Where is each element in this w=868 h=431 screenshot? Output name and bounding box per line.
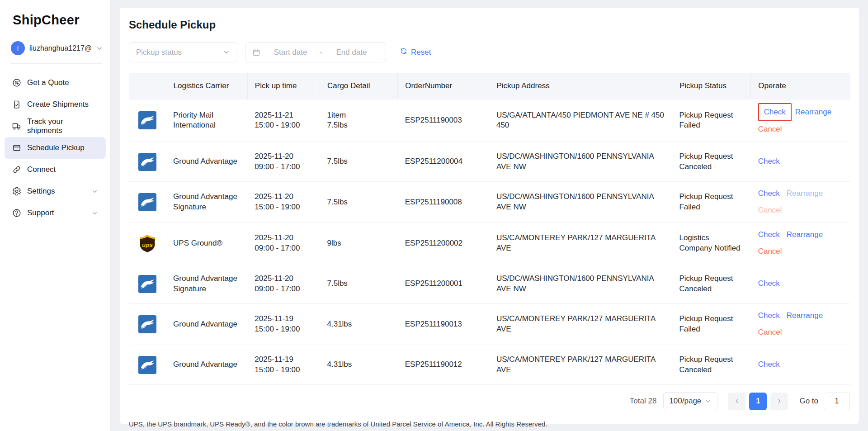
op-check-link[interactable]: Check	[758, 275, 780, 292]
usps-logo-icon	[138, 356, 156, 374]
usps-logo-icon	[138, 275, 156, 293]
order-number-cell: ESP2511200002	[398, 223, 489, 264]
sidebar-item-settings[interactable]: Settings	[5, 180, 106, 202]
carrier-name-cell: Ground Advantage Signature	[166, 182, 247, 223]
pickup-address-cell: US/CA/MONTEREY PARK/127 MARGUERITA AVE	[489, 304, 672, 345]
question-icon	[12, 208, 21, 218]
carrier-logo-cell	[129, 99, 166, 142]
sidebar-item-get-a-quote[interactable]: Get a Quote	[5, 72, 106, 94]
col-header-pickup-status: Pickup Status	[672, 73, 750, 99]
order-number-cell: ESP2511190003	[398, 99, 489, 142]
table-row: ups UPS Ground® 2025-11-2009:00 - 17:00 …	[129, 223, 850, 264]
operate-cell: CheckRearrangeCancel	[751, 304, 850, 345]
table-row: Ground Advantage Signature 2025-11-2009:…	[129, 264, 850, 304]
chevron-down-icon	[222, 48, 230, 56]
cargo-detail-cell: 7.5lbs	[320, 142, 398, 182]
pickup-status-cell: Pickup Request Failed	[672, 182, 750, 223]
pickup-address-cell: US/CA/MONTEREY PARK/127 MARGUERITA AVE	[489, 345, 672, 385]
order-number-cell: ESP2511200001	[398, 264, 489, 304]
user-email: liuzhanghua1217@...	[29, 44, 91, 52]
op-check-link[interactable]: Check	[758, 185, 780, 202]
carrier-name-cell: UPS Ground®	[166, 223, 247, 264]
op-cancel-link[interactable]: Cancel	[758, 243, 782, 260]
pickup-status-select[interactable]: Pickup status	[129, 42, 237, 62]
pickup-time-cell: 2025-11-1915:00 - 19:00	[247, 304, 320, 345]
pickup-status-cell: Pickup Request Canceled	[672, 345, 750, 385]
op-check-link[interactable]: Check	[758, 227, 780, 243]
percent-icon	[12, 78, 21, 87]
next-page-button[interactable]	[770, 393, 788, 410]
ups-trademark-disclaimer: UPS, the UPS brandmark, UPS Ready®, and …	[129, 420, 850, 428]
col-header-ordernumber: OrderNumber	[398, 73, 489, 99]
sidebar-item-connect[interactable]: Connect	[5, 159, 106, 180]
main-content: Schedule Pickup Pickup status Start date…	[111, 0, 868, 431]
cargo-detail-cell: 4.31lbs	[320, 304, 398, 345]
sidebar-item-label: Schedule Pickup	[27, 143, 85, 152]
op-check-link[interactable]: Check	[758, 153, 780, 170]
sidebar-nav: Get a Quote Create Shipments Track your …	[0, 69, 110, 227]
reset-label: Reset	[411, 48, 431, 57]
sidebar-item-label: Settings	[27, 187, 55, 196]
sidebar-item-label: Support	[27, 208, 54, 218]
sidebar-item-support[interactable]: Support	[5, 202, 106, 224]
carrier-name-cell: Ground Advantage	[166, 142, 247, 182]
end-date-placeholder: End date	[324, 48, 379, 57]
op-check-link[interactable]: Check	[758, 308, 780, 324]
document-check-icon	[12, 100, 21, 109]
app-logo: ShipCheer	[0, 0, 110, 28]
date-range-picker[interactable]: Start date - End date	[245, 42, 386, 62]
pickup-time-cell: 2025-11-2009:00 - 17:00	[247, 264, 320, 304]
sidebar-item-track-your-shipments[interactable]: Track your shipments	[5, 115, 106, 137]
col-header-pick-up-time: Pick up time	[247, 73, 320, 99]
sidebar-item-label: Connect	[27, 165, 56, 174]
pickup-time-cell: 2025-11-2015:00 - 19:00	[247, 182, 320, 223]
chevron-down-icon	[91, 210, 98, 217]
op-check-link[interactable]: Check	[758, 103, 792, 122]
refresh-icon	[400, 47, 407, 57]
table-row: Ground Advantage 2025-11-1915:00 - 19:00…	[129, 304, 850, 345]
table-row: Priority Mail International 2025-11-2115…	[129, 99, 850, 142]
col-header-cargo-detail: Cargo Detail	[320, 73, 398, 99]
cargo-detail-cell: 1item7.5lbs	[320, 99, 398, 142]
table-row: Ground Advantage Signature 2025-11-2015:…	[129, 182, 850, 223]
op-rearrange-link[interactable]: Rearrange	[787, 227, 823, 243]
sidebar-item-create-shipments[interactable]: Create Shipments	[5, 94, 106, 115]
sidebar-divider	[10, 63, 102, 64]
cargo-detail-cell: 9lbs	[320, 223, 398, 264]
op-cancel-link[interactable]: Cancel	[758, 202, 782, 219]
op-rearrange-link[interactable]: Rearrange	[787, 308, 823, 324]
op-rearrange-link[interactable]: Rearrange	[787, 185, 823, 202]
pickup-table-header: Logistics Carrier Pick up time Cargo Det…	[129, 73, 850, 99]
op-cancel-link[interactable]: Cancel	[758, 324, 782, 341]
op-cancel-link[interactable]: Cancel	[758, 121, 782, 138]
op-check-link[interactable]: Check	[758, 356, 780, 373]
prev-page-button[interactable]	[728, 393, 745, 410]
reset-button[interactable]: Reset	[400, 47, 431, 57]
pickup-table-body: Priority Mail International 2025-11-2115…	[129, 99, 850, 385]
chevron-down-icon	[96, 45, 103, 52]
op-rearrange-link[interactable]: Rearrange	[795, 104, 831, 121]
col-header-operate: Operate	[751, 73, 850, 99]
pager: 1	[728, 393, 788, 410]
calendar-icon	[252, 48, 260, 57]
sidebar-item-schedule-pickup[interactable]: Schedule Pickup	[5, 137, 106, 159]
order-number-cell: ESP2511190012	[398, 345, 489, 385]
user-account-menu[interactable]: l liuzhanghua1217@...	[11, 41, 103, 55]
order-number-cell: ESP2511190013	[398, 304, 489, 345]
page-size-select[interactable]: 100/page	[663, 392, 717, 410]
carrier-logo-cell	[129, 264, 166, 304]
pickup-address-cell: US/DC/WASHINGTON/1600 PENNSYLVANIA AVE N…	[489, 182, 672, 223]
avatar: l	[11, 41, 25, 55]
carrier-logo-cell	[129, 182, 166, 223]
goto-page-input[interactable]	[824, 393, 850, 410]
pickup-time-cell: 2025-11-2009:00 - 17:00	[247, 142, 320, 182]
table-row: Ground Advantage 2025-11-2009:00 - 17:00…	[129, 142, 850, 182]
cargo-detail-cell: 4.31lbs	[320, 345, 398, 385]
schedule-pickup-card: Schedule Pickup Pickup status Start date…	[120, 8, 859, 424]
table-row: Ground Advantage 2025-11-1915:00 - 19:00…	[129, 345, 850, 385]
filter-bar: Pickup status Start date - End date Rese…	[129, 42, 850, 62]
page-number-button[interactable]: 1	[749, 393, 767, 410]
usps-logo-icon	[138, 193, 156, 211]
date-separator: -	[318, 48, 324, 57]
pickup-status-cell: Logistics Company Notified	[672, 223, 750, 264]
